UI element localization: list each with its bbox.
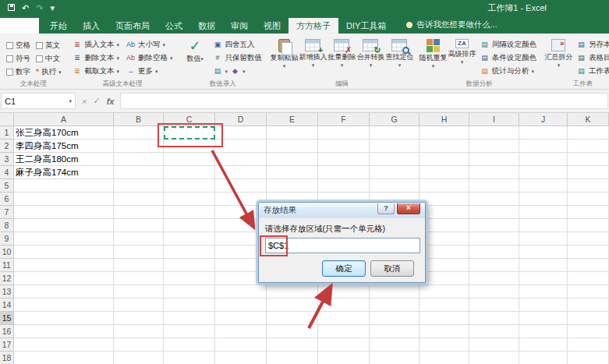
cell-K5[interactable] <box>568 179 609 193</box>
cell-C12[interactable] <box>164 272 215 285</box>
cell-K13[interactable] <box>568 285 609 299</box>
cell-J6[interactable] <box>519 193 568 206</box>
row-header-16[interactable]: 16 <box>0 325 14 338</box>
cell-G4[interactable] <box>370 166 420 179</box>
row-header-6[interactable]: 6 <box>0 193 14 206</box>
cell-H8[interactable] <box>420 219 469 232</box>
cell-J14[interactable] <box>519 299 568 312</box>
tab-home[interactable]: 开始 <box>42 18 75 34</box>
cell-A3[interactable]: 王二身高180cm <box>14 153 114 166</box>
cell-J2[interactable] <box>519 140 568 153</box>
tab-ffcell[interactable]: 方方格子 <box>289 18 338 34</box>
cell-J7[interactable] <box>519 206 568 219</box>
cell-H15[interactable] <box>420 312 469 325</box>
cell-K9[interactable] <box>568 232 609 246</box>
cancel-entry-icon[interactable]: × <box>82 97 87 106</box>
cell-K14[interactable] <box>568 299 609 312</box>
cell-K3[interactable] <box>568 153 609 166</box>
checkbox-spaces[interactable]: 空格 <box>6 39 30 51</box>
numeric-value-button[interactable]: ✓ 数值▾ <box>180 36 209 80</box>
interval-color-button[interactable]: ▤间隔设定颜色 <box>476 38 540 51</box>
table-catalog-button[interactable]: ▤表格目录 <box>573 51 609 65</box>
cell-B6[interactable] <box>114 193 164 206</box>
cell-B8[interactable] <box>114 219 164 232</box>
cell-I5[interactable] <box>469 179 519 193</box>
cell-A13[interactable] <box>14 285 114 299</box>
formula-input[interactable] <box>120 93 608 109</box>
cell-A16[interactable] <box>14 325 114 338</box>
cell-K17[interactable] <box>568 338 609 352</box>
cell-A18[interactable] <box>14 352 114 364</box>
column-header-C[interactable]: C <box>164 113 215 126</box>
row-header-4[interactable]: 4 <box>0 166 14 179</box>
dialog-title-bar[interactable]: 存放结果 ? × <box>259 203 425 218</box>
cell-I18[interactable] <box>469 352 519 364</box>
cell-K4[interactable] <box>568 166 609 179</box>
cell-D1[interactable] <box>215 126 267 140</box>
cell-E13[interactable] <box>267 285 318 299</box>
cell-G13[interactable] <box>370 285 420 299</box>
cell-B2[interactable] <box>114 140 164 153</box>
cell-B11[interactable] <box>114 259 164 272</box>
cell-H14[interactable] <box>420 299 469 312</box>
cell-G17[interactable] <box>370 338 420 352</box>
keep-numbers-button[interactable]: #只保留数值 <box>209 51 265 65</box>
cell-I7[interactable] <box>469 206 519 219</box>
cell-E2[interactable] <box>267 140 318 153</box>
cell-E5[interactable] <box>267 179 318 193</box>
cancel-button[interactable]: 取消 <box>370 260 414 277</box>
confirm-entry-icon[interactable]: ✓ <box>93 96 100 106</box>
row-header-3[interactable]: 3 <box>0 153 14 166</box>
cell-I2[interactable] <box>469 140 519 153</box>
column-header-I[interactable]: I <box>469 113 519 126</box>
cell-I1[interactable] <box>469 126 519 140</box>
cell-I9[interactable] <box>469 232 519 246</box>
cell-H5[interactable] <box>420 179 469 193</box>
cell-F13[interactable] <box>318 285 370 299</box>
cell-H11[interactable] <box>420 259 469 272</box>
dialog-close-button[interactable]: × <box>397 203 420 214</box>
file-tab[interactable] <box>0 18 39 34</box>
cell-C4[interactable] <box>164 166 215 179</box>
name-box-dropdown-icon[interactable]: ▾ <box>69 98 72 104</box>
cell-J4[interactable] <box>519 166 568 179</box>
cell-G5[interactable] <box>370 179 420 193</box>
remove-spaces-button[interactable]: Ab删除空格▾ <box>122 51 176 65</box>
cell-F16[interactable] <box>318 325 370 338</box>
cell-K15[interactable] <box>568 312 609 325</box>
cell-H2[interactable] <box>420 140 469 153</box>
cell-J16[interactable] <box>519 325 568 338</box>
cell-H9[interactable] <box>420 232 469 246</box>
round-button[interactable]: ▣四舍五入 <box>209 38 265 51</box>
tab-diy-toolbox[interactable]: DIY工具箱 <box>338 18 394 34</box>
cell-B7[interactable] <box>114 206 164 219</box>
row-header-7[interactable]: 7 <box>0 206 14 219</box>
cell-E3[interactable] <box>267 153 318 166</box>
cell-C15[interactable] <box>164 312 215 325</box>
cell-A10[interactable] <box>14 246 114 259</box>
cell-J11[interactable] <box>519 259 568 272</box>
cell-A1[interactable]: 张三身高170cm <box>14 126 114 140</box>
cell-D2[interactable] <box>215 140 267 153</box>
cell-F5[interactable] <box>318 179 370 193</box>
cell-A12[interactable] <box>14 272 114 285</box>
cell-B15[interactable] <box>114 312 164 325</box>
cell-B4[interactable] <box>114 166 164 179</box>
extract-text-button[interactable]: ≣截取文本▾ <box>69 65 122 78</box>
row-header-10[interactable]: 10 <box>0 246 14 259</box>
cell-I4[interactable] <box>469 166 519 179</box>
cell-G14[interactable] <box>370 299 420 312</box>
cell-A8[interactable] <box>14 219 114 232</box>
name-box[interactable]: C1 ▾ <box>1 93 76 109</box>
cell-F4[interactable] <box>318 166 370 179</box>
statistics-analysis-button[interactable]: ▤统计与分析▾ <box>476 65 540 78</box>
cell-F3[interactable] <box>318 153 370 166</box>
row-header-15[interactable]: 15 <box>0 312 14 325</box>
dialog-help-button[interactable]: ? <box>377 203 395 214</box>
cell-C7[interactable] <box>164 206 215 219</box>
column-header-A[interactable]: A <box>14 113 114 126</box>
cell-H6[interactable] <box>420 193 469 206</box>
cell-I10[interactable] <box>469 246 519 259</box>
row-header-8[interactable]: 8 <box>0 219 14 232</box>
cell-J18[interactable] <box>519 352 568 364</box>
